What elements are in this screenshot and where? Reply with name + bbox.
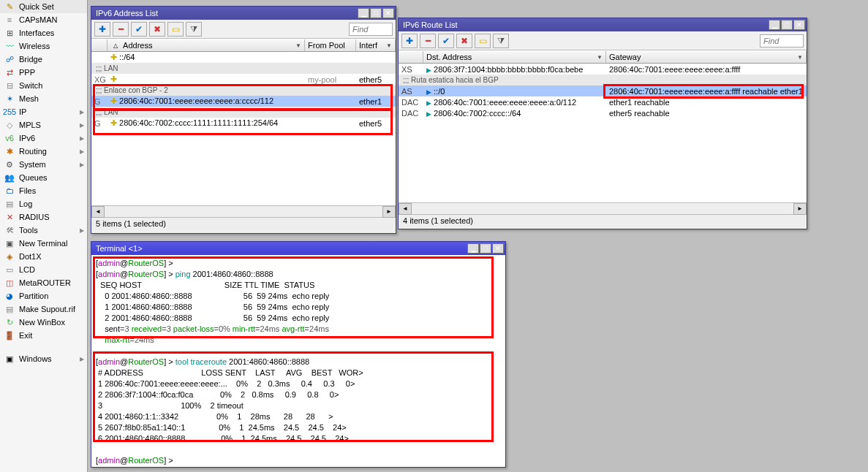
nav-item[interactable]: ✶Mesh (0, 92, 87, 105)
nav-icon: ▤ (4, 304, 15, 314)
ipv6-address-window: IPv6 Address List ▁ □ ✕ ✚ ━ ✔ ✖ ▭ ⧩ △ Ad… (91, 6, 396, 234)
nav-icon: 🗀 (4, 186, 15, 196)
comment-button[interactable]: ▭ (475, 34, 491, 48)
filter-button[interactable]: ⧩ (186, 22, 202, 37)
nav-item[interactable]: ↻New WinBox (0, 316, 87, 329)
enable-button[interactable]: ✔ (131, 22, 147, 37)
nav-icon: 255 (4, 107, 15, 117)
nav-label: Routing (19, 147, 47, 156)
table-header: Dst. Address▼ Gateway▼ (399, 50, 807, 64)
remove-button[interactable]: ━ (113, 22, 129, 37)
titlebar[interactable]: IPv6 Address List ▁ □ ✕ (91, 7, 396, 20)
terminal-line: 1 2001:4860:4860::8888 56 59 24ms echo r… (96, 302, 501, 313)
maximize-button[interactable]: □ (781, 20, 793, 30)
nav-icon: 🛠 (4, 225, 15, 235)
table-row[interactable]: AS▶ ::/02806:40c:7001:eeee:eeee:eeee:a:f… (399, 85, 807, 96)
terminal-line: [admin@RouterOS] > (96, 258, 501, 269)
table-row[interactable]: DAC▶ 2806:40c:7002:cccc::/64ether5 reach… (399, 107, 807, 118)
add-button[interactable]: ✚ (94, 22, 110, 37)
nav-icon: ✎ (4, 1, 15, 12)
table-row[interactable]: DAC▶ 2806:40c:7001:eeee:eeee:eeee:a:0/11… (399, 96, 807, 107)
disable-button[interactable]: ✖ (456, 34, 472, 48)
terminal-body[interactable]: [admin@RouterOS] > [admin@RouterOS] > pi… (91, 255, 505, 467)
table-row[interactable]: G✚ 2806:40c:7002:cccc:1111:1111:1111:254… (91, 118, 396, 129)
nav-label: MPLS (19, 121, 41, 129)
nav-item[interactable]: ✕RADIUS (0, 210, 87, 224)
nav-item[interactable]: ◇MPLS▶ (0, 118, 87, 132)
chevron-right-icon: ▶ (80, 135, 84, 142)
terminal-line: 2 2806:3f7:1004::f0ca:f0ca 0% 2 0.8ms 0.… (96, 389, 501, 400)
minimize-button[interactable]: ▁ (467, 243, 479, 254)
nav-item[interactable]: ◫MetaROUTER (0, 276, 87, 289)
terminal-line: 5 2607:f8b0:85a1:140::1 0% 1 24.5ms 24.5… (96, 422, 501, 433)
maximize-button[interactable]: □ (480, 243, 491, 254)
nav-item[interactable]: ▤Make Supout.rif (0, 302, 87, 316)
add-button[interactable]: ✚ (401, 34, 418, 48)
titlebar[interactable]: IPv6 Route List ▁ □ ✕ (399, 18, 807, 31)
find-input[interactable] (760, 34, 804, 47)
find-input[interactable] (349, 23, 393, 36)
nav-item[interactable]: 🛠Tools▶ (0, 224, 87, 237)
close-button[interactable]: ✕ (793, 20, 805, 30)
h-scrollbar[interactable] (91, 205, 396, 217)
nav-label: Tools (19, 226, 38, 235)
remove-button[interactable]: ━ (420, 34, 436, 48)
nav-item[interactable]: ◈Dot1X (0, 250, 87, 263)
enable-button[interactable]: ✔ (438, 34, 454, 48)
nav-item[interactable]: ◕Partition (0, 289, 87, 302)
nav-item[interactable]: 🚪Exit (0, 329, 87, 342)
address-rows: ✚ ::/64;;; LANXG✚ my-poolether5;;; Enlac… (91, 52, 396, 205)
nav-windows[interactable]: ▣ Windows ▶ (0, 352, 87, 365)
minimize-button[interactable]: ▁ (769, 20, 780, 30)
nav-label: Make Supout.rif (19, 305, 75, 313)
nav-item[interactable]: 👥Queues (0, 171, 87, 184)
chevron-right-icon: ▶ (80, 148, 84, 155)
h-scrollbar[interactable] (399, 202, 807, 214)
table-header: △ Address▼ From Pool Interf▼ (91, 39, 396, 52)
terminal-line: sent=3 received=3 packet-loss=0% min-rtt… (96, 324, 501, 335)
nav-item[interactable]: ⚙System▶ (0, 158, 87, 171)
nav-item[interactable]: 〰Wireless (0, 39, 87, 53)
nav-item[interactable]: ⇄PPP (0, 66, 87, 79)
comment-row: ;;; LAN (91, 107, 396, 118)
nav-item[interactable]: 255IP▶ (0, 105, 87, 118)
nav-label: Quick Set (19, 2, 54, 11)
terminal-line: # ADDRESS LOSS SENT LAST AVG BEST WOR> (96, 368, 501, 378)
nav-icon: ✶ (4, 94, 15, 104)
titlebar[interactable]: Terminal <1> ▁ □ ✕ (91, 242, 505, 255)
nav-icon: ⊞ (4, 28, 15, 38)
nav-icon: ⚙ (4, 159, 15, 170)
maximize-button[interactable]: □ (370, 8, 382, 18)
nav-item[interactable]: ✱Routing▶ (0, 145, 87, 158)
nav-item[interactable]: ▣New Terminal (0, 237, 87, 250)
table-row[interactable]: ✚ ::/64 (91, 52, 396, 63)
window-title: Terminal <1> (96, 244, 143, 253)
window-title: IPv6 Route List (403, 20, 458, 29)
comment-row: ;;; LAN (91, 63, 396, 74)
table-row[interactable]: G✚ 2806:40c:7001:eeee:eeee:eeee:a:cccc/1… (91, 96, 396, 107)
disable-button[interactable]: ✖ (149, 22, 165, 37)
chevron-right-icon: ▶ (80, 227, 84, 234)
col-gateway: Gateway (609, 53, 641, 61)
nav-item[interactable]: ⊟Switch (0, 79, 87, 92)
table-row[interactable]: XG✚ my-poolether5 (91, 74, 396, 85)
close-button[interactable]: ✕ (492, 243, 504, 254)
nav-icon: ≡ (4, 15, 15, 25)
nav-item[interactable]: ▤Log (0, 197, 87, 210)
nav-item[interactable]: v6IPv6▶ (0, 132, 87, 145)
nav-item[interactable]: ☍Bridge (0, 53, 87, 66)
minimize-button[interactable]: ▁ (358, 8, 369, 18)
nav-item[interactable]: ⊞Interfaces (0, 26, 87, 39)
nav-item[interactable]: 🗀Files (0, 184, 87, 197)
nav-item[interactable]: ✎Quick Set (0, 0, 87, 13)
filter-button[interactable]: ⧩ (493, 34, 509, 48)
nav-icon: ◈ (4, 251, 15, 262)
nav-item[interactable]: ≡CAPsMAN (0, 13, 87, 26)
terminal-line: 1 2806:40c:7001:eeee:eeee:eeee:... 0% 2 … (96, 378, 501, 389)
comment-button[interactable]: ▭ (167, 22, 184, 37)
nav-item[interactable]: ▭LCD (0, 263, 87, 276)
nav-icon: ▤ (4, 199, 15, 209)
terminal-line: max-rtt=24ms (96, 335, 501, 346)
close-button[interactable]: ✕ (382, 8, 394, 18)
table-row[interactable]: XS▶ 2806:3f7:1004:bbbb:bbbb:bbbb:f0ca:be… (399, 64, 807, 75)
